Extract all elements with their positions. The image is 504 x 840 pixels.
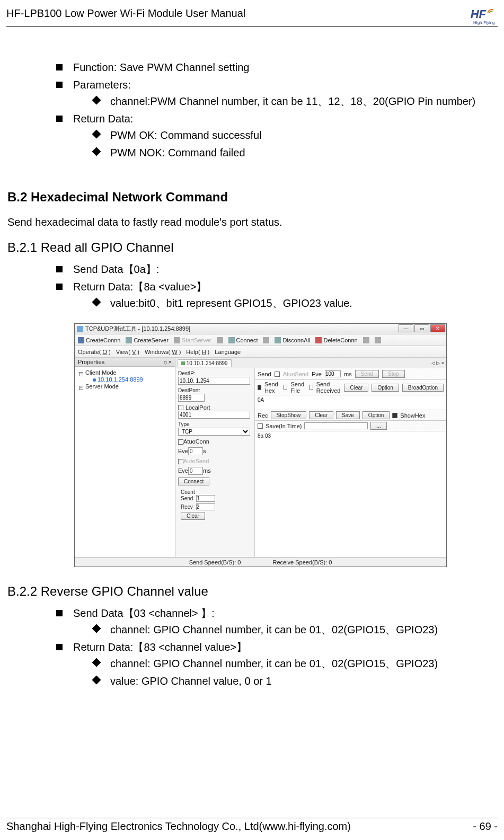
disconnect-button[interactable]	[263, 337, 269, 343]
connect-small-button[interactable]: Connect	[178, 478, 209, 485]
recv-clear-button[interactable]: Clear	[309, 411, 333, 419]
statusbar: Send Speed(B/S): 0 Receive Speed(B/S): 0	[75, 557, 446, 567]
b21-send: Send Data【0a】:	[56, 261, 498, 278]
createconn-button[interactable]: CreateConnn	[78, 337, 120, 343]
footer-company: Shanghai High-Flying Electronics Technol…	[6, 820, 351, 833]
disconnall-button[interactable]: DisconnAll	[275, 337, 310, 343]
start-icon	[174, 337, 180, 343]
menu-windows[interactable]: Windows(W)	[145, 349, 181, 355]
localport-label: LocalPort	[185, 404, 210, 411]
dot-icon	[93, 378, 96, 382]
menu-operate[interactable]: Operate(O)	[78, 349, 111, 355]
type-select[interactable]: TCP	[178, 428, 250, 436]
sendhex-checkbox[interactable]	[258, 385, 261, 390]
tree-client-mode[interactable]: Client Mode	[78, 369, 172, 376]
eve2-label: Eve	[178, 467, 188, 474]
wave-icon	[487, 9, 498, 20]
recv-speed: Receive Speed(B/S): 0	[272, 559, 332, 565]
section-b2-heading: B.2 Hexadecimal Network Command	[7, 190, 498, 205]
browse-button[interactable]: ...	[370, 422, 386, 430]
return-data-item: Return Data: PWM OK: Command successful …	[56, 111, 498, 161]
eve2-input	[188, 467, 203, 475]
page-header: HF-LPB100 Low Power Wi-Fi Module User Ma…	[6, 0, 498, 26]
recv-option-button[interactable]: Option	[362, 411, 390, 419]
autosend-checkbox[interactable]	[178, 459, 183, 464]
b22-return: Return Data:【83 <channel value>】 channel…	[56, 639, 498, 689]
localport-checkbox[interactable]	[178, 405, 183, 410]
stopshow-button[interactable]: StopShow	[271, 411, 307, 419]
ms-label: ms	[344, 371, 352, 377]
logo: HF High-Flying	[471, 7, 498, 25]
sendhex-label: Send Hex	[264, 381, 280, 394]
send-textbox[interactable]: 0A	[255, 395, 446, 410]
send-clear-button[interactable]: Clear	[344, 384, 368, 392]
send-button[interactable]: Send	[355, 370, 379, 378]
destip-label: DestIP:	[178, 370, 252, 376]
send-eve-input[interactable]	[325, 370, 341, 377]
createserver-button[interactable]: CreateServer	[126, 337, 168, 343]
destport-input[interactable]	[178, 394, 205, 402]
b21-return-label: Return Data:【8a <value>】	[73, 281, 207, 293]
footer-page: - 69 -	[473, 820, 498, 833]
saveintime-path-input[interactable]	[304, 422, 368, 429]
stop-button[interactable]: Stop	[382, 370, 405, 378]
stopserver-button[interactable]	[217, 337, 223, 343]
clear-count-button[interactable]: Clear	[181, 512, 205, 520]
toolbar-extra1[interactable]	[363, 337, 369, 343]
sendreceived-checkbox[interactable]	[310, 385, 313, 390]
save-button[interactable]: Save	[336, 411, 360, 419]
deleteconn-button[interactable]: DeleteConnn	[315, 337, 357, 343]
return-ok: PWM OK: Command successful	[93, 127, 498, 144]
minimize-button[interactable]: —	[399, 324, 413, 332]
toolbar-extra2[interactable]	[375, 337, 381, 343]
properties-label: Properties	[78, 359, 104, 365]
page-footer: Shanghai High-Flying Electronics Technol…	[6, 818, 498, 833]
app-icon	[77, 326, 83, 332]
close-button[interactable]: ✕	[430, 324, 445, 332]
localport-input[interactable]	[178, 411, 250, 419]
pwm-save-list: Function: Save PWM Channel setting Param…	[7, 59, 498, 161]
b21-value-desc: value:bit0、bit1 represent GPIO15、GPIO23 …	[93, 295, 498, 312]
disconnect-icon	[263, 337, 269, 343]
sendfile-checkbox[interactable]	[284, 385, 287, 390]
pin-icon[interactable]: ņ ×	[163, 359, 172, 365]
connect-button[interactable]: Connect	[228, 337, 258, 343]
section-b22-heading: B.2.2 Reverse GPIO Channel value	[7, 584, 498, 599]
tab-nav[interactable]: ◁ ▷ ×	[431, 360, 444, 366]
extra2-icon	[375, 337, 381, 343]
send-option-button[interactable]: Option	[372, 384, 399, 392]
connection-settings: DestIP: DestPort: LocalPort TypeTCP Atuo…	[175, 368, 255, 557]
toolbar: CreateConnn CreateServer StartServer Con…	[75, 334, 446, 346]
menu-help[interactable]: Help(H)	[186, 349, 209, 355]
menu-language[interactable]: Language	[215, 349, 241, 355]
recv-textbox[interactable]: 8a 03	[255, 431, 446, 557]
send-count-input[interactable]	[196, 495, 215, 502]
menu-view[interactable]: View(V)	[116, 349, 139, 355]
atuoconn-checkbox[interactable]	[178, 439, 183, 445]
showhex-label: ShowHex	[400, 412, 425, 419]
disconnall-icon	[275, 337, 281, 343]
sendfile-label: Send File	[290, 381, 306, 394]
return-label: Return Data:	[73, 113, 133, 125]
atuoconn-label: AtuoConn	[183, 438, 209, 445]
destip-input[interactable]	[178, 377, 250, 385]
rec-label: Rec	[258, 412, 268, 419]
showhex-checkbox[interactable]	[392, 413, 397, 418]
type-label: Type	[178, 421, 252, 427]
startserver-button[interactable]: StartServer	[174, 337, 211, 343]
broadoption-button[interactable]: BroadOption	[402, 384, 444, 392]
recv-count-input[interactable]	[196, 503, 215, 510]
parameters-channel: channel:PWM Channel number, it can be 11…	[93, 93, 498, 110]
recv-count-label: Recv	[181, 504, 193, 510]
atuosend-checkbox[interactable]	[275, 372, 280, 377]
send-eve-label: Eve	[312, 371, 322, 377]
tree-connection-item[interactable]: 10.10.1.254:8899	[78, 376, 172, 383]
saveintime-checkbox[interactable]	[258, 423, 263, 429]
tree-server-mode[interactable]: Server Mode	[78, 383, 172, 390]
titlebar: TCP&UDP测试工具 - [10.10.1.254:8899] — ▭ ✕	[75, 324, 446, 334]
send-count-label: Send	[181, 496, 193, 501]
connection-tab[interactable]: 10.10.1.254:8899	[178, 359, 232, 367]
properties-panel: Properties ņ × Client Mode 10.10.1.254:8…	[75, 358, 175, 557]
header-title: HF-LPB100 Low Power Wi-Fi Module User Ma…	[6, 7, 245, 20]
maximize-button[interactable]: ▭	[414, 324, 429, 332]
